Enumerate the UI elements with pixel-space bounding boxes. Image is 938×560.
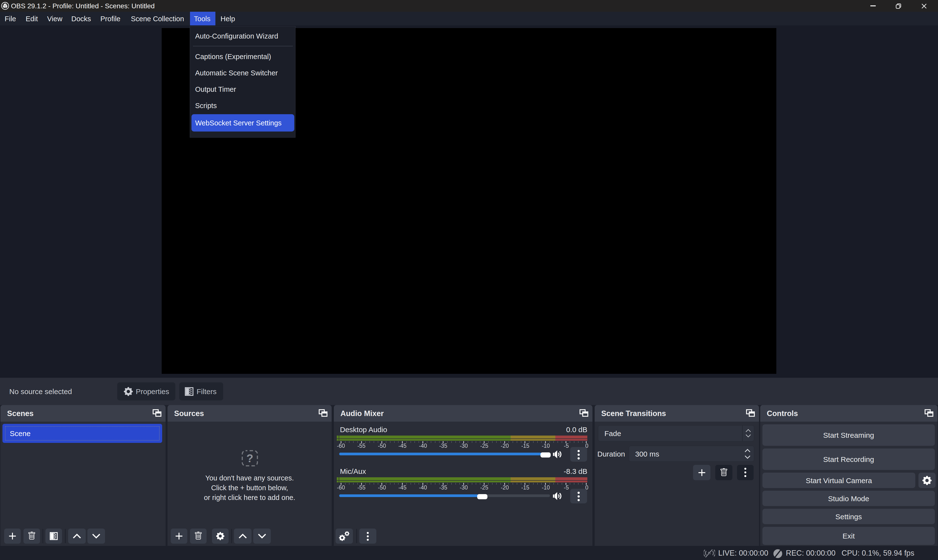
svg-text:?: ?: [247, 452, 253, 465]
